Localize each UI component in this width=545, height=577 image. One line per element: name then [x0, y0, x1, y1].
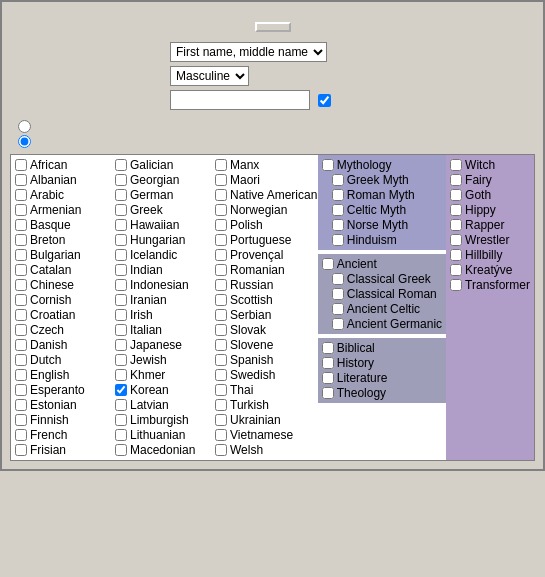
bulgarian-checkbox[interactable] [15, 249, 27, 261]
catalan-checkbox[interactable] [15, 264, 27, 276]
finnish-checkbox[interactable] [15, 414, 27, 426]
arabic-label[interactable]: Arabic [30, 188, 64, 202]
german-checkbox[interactable] [115, 189, 127, 201]
welsh-checkbox[interactable] [215, 444, 227, 456]
theology-checkbox[interactable] [322, 387, 334, 399]
african-checkbox[interactable] [15, 159, 27, 171]
frisian-checkbox[interactable] [15, 444, 27, 456]
english-label[interactable]: English [30, 368, 69, 382]
mythology-checkbox[interactable] [322, 159, 334, 171]
croatian-label[interactable]: Croatian [30, 308, 75, 322]
wrestler-checkbox[interactable] [450, 234, 462, 246]
welsh-label[interactable]: Welsh [230, 443, 263, 457]
indonesian-label[interactable]: Indonesian [130, 278, 189, 292]
breton-checkbox[interactable] [15, 234, 27, 246]
jewish-label[interactable]: Jewish [130, 353, 167, 367]
slovak-label[interactable]: Slovak [230, 323, 266, 337]
iranian-checkbox[interactable] [115, 294, 127, 306]
all-categories-radio[interactable] [18, 120, 31, 133]
vietnamese-checkbox[interactable] [215, 429, 227, 441]
chinese-checkbox[interactable] [15, 279, 27, 291]
german-label[interactable]: German [130, 188, 173, 202]
english-checkbox[interactable] [15, 369, 27, 381]
fairy-checkbox[interactable] [450, 174, 462, 186]
polish-checkbox[interactable] [215, 219, 227, 231]
ukrainian-label[interactable]: Ukrainian [230, 413, 281, 427]
latvian-checkbox[interactable] [115, 399, 127, 411]
esperanto-checkbox[interactable] [15, 384, 27, 396]
african-label[interactable]: African [30, 158, 67, 172]
native-american-label[interactable]: Native American [230, 188, 317, 202]
arabic-checkbox[interactable] [15, 189, 27, 201]
wrestler-label[interactable]: Wrestler [465, 233, 509, 247]
romanian-checkbox[interactable] [215, 264, 227, 276]
dutch-label[interactable]: Dutch [30, 353, 61, 367]
latvian-label[interactable]: Latvian [130, 398, 169, 412]
classical-greek-label[interactable]: Classical Greek [347, 272, 431, 286]
classical-roman-label[interactable]: Classical Roman [347, 287, 437, 301]
native-american-checkbox[interactable] [215, 189, 227, 201]
witch-checkbox[interactable] [450, 159, 462, 171]
maori-checkbox[interactable] [215, 174, 227, 186]
fairy-label[interactable]: Fairy [465, 173, 492, 187]
hungarian-checkbox[interactable] [115, 234, 127, 246]
rapper-checkbox[interactable] [450, 219, 462, 231]
limburgish-label[interactable]: Limburgish [130, 413, 189, 427]
finnish-label[interactable]: Finnish [30, 413, 69, 427]
classical-roman-checkbox[interactable] [332, 288, 344, 300]
theology-label[interactable]: Theology [337, 386, 386, 400]
polish-label[interactable]: Polish [230, 218, 263, 232]
biblical-checkbox[interactable] [322, 342, 334, 354]
italian-checkbox[interactable] [115, 324, 127, 336]
russian-label[interactable]: Russian [230, 278, 273, 292]
albanian-label[interactable]: Albanian [30, 173, 77, 187]
gender-select[interactable]: Masculine Feminine Random [170, 66, 249, 86]
ukrainian-checkbox[interactable] [215, 414, 227, 426]
indian-checkbox[interactable] [115, 264, 127, 276]
ancient-celtic-checkbox[interactable] [332, 303, 344, 315]
galician-checkbox[interactable] [115, 159, 127, 171]
norwegian-checkbox[interactable] [215, 204, 227, 216]
provençal-checkbox[interactable] [215, 249, 227, 261]
serbian-checkbox[interactable] [215, 309, 227, 321]
thai-label[interactable]: Thai [230, 383, 253, 397]
irish-label[interactable]: Irish [130, 308, 153, 322]
scottish-checkbox[interactable] [215, 294, 227, 306]
history-label[interactable]: History [337, 356, 374, 370]
roman-myth-checkbox[interactable] [332, 189, 344, 201]
russian-checkbox[interactable] [215, 279, 227, 291]
jewish-checkbox[interactable] [115, 354, 127, 366]
slovene-label[interactable]: Slovene [230, 338, 273, 352]
ancient-celtic-label[interactable]: Ancient Celtic [347, 302, 420, 316]
icelandic-label[interactable]: Icelandic [130, 248, 177, 262]
croatian-checkbox[interactable] [15, 309, 27, 321]
hinduism-checkbox[interactable] [332, 234, 344, 246]
celtic-myth-checkbox[interactable] [332, 204, 344, 216]
frisian-label[interactable]: Frisian [30, 443, 66, 457]
ancient-label[interactable]: Ancient [337, 257, 377, 271]
turkish-checkbox[interactable] [215, 399, 227, 411]
rapper-label[interactable]: Rapper [465, 218, 504, 232]
kreatýve-checkbox[interactable] [450, 264, 462, 276]
italian-label[interactable]: Italian [130, 323, 162, 337]
japanese-checkbox[interactable] [115, 339, 127, 351]
lithuanian-label[interactable]: Lithuanian [130, 428, 185, 442]
icelandic-checkbox[interactable] [115, 249, 127, 261]
french-checkbox[interactable] [15, 429, 27, 441]
kreatýve-label[interactable]: Kreatýve [465, 263, 512, 277]
estonian-label[interactable]: Estonian [30, 398, 77, 412]
georgian-checkbox[interactable] [115, 174, 127, 186]
basque-label[interactable]: Basque [30, 218, 71, 232]
french-label[interactable]: French [30, 428, 67, 442]
roman-myth-label[interactable]: Roman Myth [347, 188, 415, 202]
korean-label[interactable]: Korean [130, 383, 169, 397]
danish-checkbox[interactable] [15, 339, 27, 351]
random-surname-checkbox[interactable] [318, 94, 331, 107]
slovak-checkbox[interactable] [215, 324, 227, 336]
danish-label[interactable]: Danish [30, 338, 67, 352]
macedonian-label[interactable]: Macedonian [130, 443, 195, 457]
scottish-label[interactable]: Scottish [230, 293, 273, 307]
vietnamese-label[interactable]: Vietnamese [230, 428, 293, 442]
chinese-label[interactable]: Chinese [30, 278, 74, 292]
serbian-label[interactable]: Serbian [230, 308, 271, 322]
